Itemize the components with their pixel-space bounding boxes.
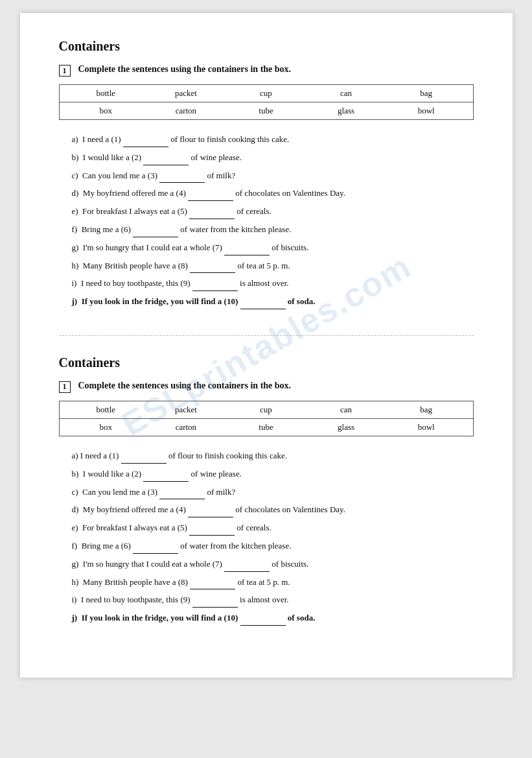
blank-2f[interactable] [133, 539, 178, 554]
word-packet-2: packet [146, 405, 226, 415]
word-bowl-2: bowl [386, 422, 467, 432]
word-glass-1: glass [306, 106, 386, 116]
word-box-1: box [66, 106, 146, 116]
blank-1i[interactable] [192, 277, 238, 291]
word-tube-2: tube [226, 422, 306, 432]
sentence-1d: d) My boyfriend offered me a (4) of choc… [72, 187, 474, 201]
word-glass-2: glass [306, 422, 386, 432]
blank-2i[interactable] [192, 593, 238, 608]
word-box-1-row2: box carton tube glass bowl [60, 102, 473, 119]
sentence-2h: h) Many British people have a (8) of tea… [72, 576, 474, 590]
word-box-1: bottle packet cup can bag box carton tub… [59, 84, 474, 120]
section-1: Containers 1 Complete the sentences usin… [59, 39, 474, 309]
word-cup-1: cup [226, 88, 306, 99]
blank-2h[interactable] [190, 576, 235, 590]
blank-1d[interactable] [188, 187, 233, 201]
sentence-2e: e) For breakfast I always eat a (5) of c… [72, 521, 474, 536]
word-bottle-2: bottle [66, 405, 146, 415]
sentence-1h: h) Many British people have a (8) of tea… [72, 259, 474, 274]
word-box-2-row1: bottle packet cup can bag [60, 401, 473, 419]
sentence-2c: c) Can you lend me a (3) of milk? [72, 486, 474, 500]
blank-2a[interactable] [121, 449, 167, 464]
sentence-1i: i) I need to buy toothpaste, this (9) is… [72, 277, 474, 291]
sentence-2j: j) If you look in the fridge, you will f… [72, 611, 474, 626]
blank-1f[interactable] [133, 223, 178, 237]
exercise1-header: 1 Complete the sentences using the conta… [59, 64, 474, 77]
word-bag-2: bag [386, 405, 467, 415]
word-box-2: bottle packet cup can bag box carton tub… [59, 401, 474, 436]
exercise1-instruction: Complete the sentences using the contain… [78, 64, 292, 75]
sentence-2a: a) I need a (1) of flour to finish cooki… [72, 449, 474, 464]
sentence-1j: j) If you look in the fridge, you will f… [72, 295, 474, 309]
page: ESLprintables.com Containers 1 Complete … [20, 13, 513, 678]
blank-2e[interactable] [189, 521, 235, 536]
word-bag-1: bag [386, 88, 467, 99]
exercise2-instruction: Complete the sentences using the contain… [78, 381, 292, 391]
blank-1g[interactable] [224, 241, 270, 255]
word-can-2: can [306, 405, 386, 415]
sentence-2d: d) My boyfriend offered me a (4) of choc… [72, 503, 474, 517]
word-carton-1: carton [146, 106, 226, 116]
blank-2b[interactable] [143, 468, 189, 482]
blank-1e[interactable] [189, 205, 235, 219]
blank-2c[interactable] [159, 486, 205, 500]
word-can-1: can [306, 88, 386, 99]
sentence-2i: i) I need to buy toothpaste, this (9) is… [72, 593, 474, 608]
word-box-2b: box [66, 422, 146, 432]
blank-2g[interactable] [224, 558, 270, 572]
blank-1c[interactable] [159, 169, 205, 184]
word-box-2-row2: box carton tube glass bowl [60, 419, 473, 436]
exercise2-number: 1 [59, 381, 71, 393]
sentence-2g: g) I'm so hungry that I could eat a whol… [72, 558, 474, 572]
section2-title: Containers [59, 355, 474, 370]
blank-1b[interactable] [143, 151, 189, 165]
sentence-1f: f) Bring me a (6) of water from the kitc… [72, 223, 474, 237]
sentence-1a: a) I need a (1) of flour to finish cooki… [72, 133, 474, 147]
blank-1j[interactable] [240, 295, 286, 309]
word-packet-1: packet [146, 88, 226, 99]
sentence-1c: c) Can you lend me a (3) of milk? [72, 169, 474, 184]
word-bottle-1: bottle [66, 88, 146, 99]
sentence-1e: e) For breakfast I always eat a (5) of c… [72, 205, 474, 219]
exercise1-number: 1 [59, 65, 71, 77]
blank-1a[interactable] [123, 133, 168, 147]
sentence-1g: g) I'm so hungry that I could eat a whol… [72, 241, 474, 255]
sentence-1b: b) I would like a (2) of wine please. [72, 151, 474, 165]
word-box-1-row1: bottle packet cup can bag [60, 85, 473, 102]
word-carton-2: carton [146, 422, 226, 432]
exercise2-header: 1 Complete the sentences using the conta… [59, 381, 474, 393]
section1-title: Containers [59, 39, 474, 54]
sentence-list-2: a) I need a (1) of flour to finish cooki… [59, 449, 474, 626]
section-divider [59, 335, 474, 336]
blank-2d[interactable] [188, 503, 233, 517]
word-cup-2: cup [226, 405, 306, 415]
sentence-2b: b) I would like a (2) of wine please. [72, 468, 474, 482]
section-2: Containers 1 Complete the sentences usin… [59, 355, 474, 626]
sentence-2f: f) Bring me a (6) of water from the kitc… [72, 539, 474, 554]
blank-1h[interactable] [190, 259, 235, 274]
word-tube-1: tube [226, 106, 306, 116]
sentence-list-1: a) I need a (1) of flour to finish cooki… [59, 133, 474, 309]
word-bowl-1: bowl [386, 106, 467, 116]
blank-2j[interactable] [240, 611, 286, 626]
